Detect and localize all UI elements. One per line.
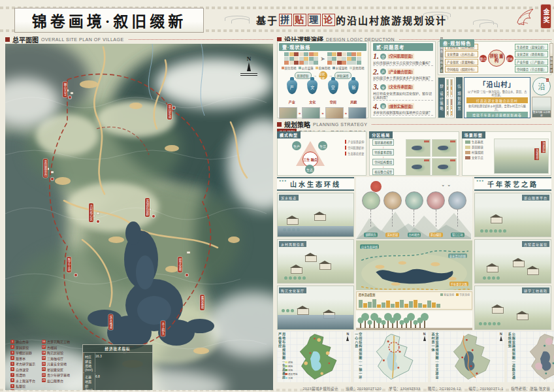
ring-node: 生活 — [318, 141, 327, 150]
poi-marker-icon — [69, 96, 71, 99]
boxed-char: 理 — [308, 14, 321, 26]
ring-node: 生产 — [292, 141, 301, 150]
boxed-char: 拼 — [279, 14, 292, 26]
aerial-tag: 亲水活力岸线 — [448, 253, 467, 258]
mosaic-before — [284, 52, 318, 65]
boxed-char: 论 — [322, 14, 335, 26]
dotted-leader — [372, 123, 551, 125]
legend-item: 8水上观演平台 — [10, 378, 35, 383]
analysis-map-facilities: 公服设施规划图｜道路交通系统规划 N — [507, 331, 554, 382]
sun-icon — [370, 181, 382, 192]
cloud-motif-icon — [473, 20, 503, 29]
aerial-tag: 千年茶艺之路 — [449, 282, 468, 286]
village-logo-icon: 沿山 — [532, 77, 551, 95]
legend-item: 16古茶艺陶艺工坊 — [42, 339, 70, 344]
flow-node: 拼贴演绎 — [334, 72, 351, 79]
legend-item: 6自然课堂 — [10, 367, 35, 372]
legend-item: 公共设施 — [299, 66, 314, 70]
poi-marker-icon — [51, 178, 54, 180]
north-needle-icon — [247, 62, 251, 71]
panel-design-strategies: 肆·设计策略 愿景成型空间结构重组 布局脉络梳理 循环成链产业业态植入 农文旅融… — [438, 77, 455, 118]
feature-box: 空间缝合（节点串联） — [515, 66, 548, 73]
poi-marker-icon — [97, 220, 99, 223]
map-label-tag: 水上码头 — [161, 321, 165, 336]
legend-item: 21星宿露营区 — [42, 367, 70, 372]
map-label-tag: 茶山步道 — [167, 104, 172, 120]
flow-node-b: 织补 — [506, 55, 513, 62]
map-title-vertical: 公服设施规划图｜道路交通系统规划 — [507, 331, 515, 382]
map-label-tag: 露营基地 — [200, 295, 204, 310]
route-stop: 古村戏台 — [405, 191, 423, 238]
panel-tag: 叁·规划特色 — [440, 39, 474, 47]
legend-item: 2茶园茶馆 — [10, 345, 35, 350]
analysis-map-landuse: 用地布局规划图｜生态基底严格管控 N 耕地 园地 林地 建设用地 水域 — [277, 331, 351, 382]
map-label-tag: 狮山古寺 — [63, 82, 67, 97]
table-row: 宅基地面积 (hm²)6.8 — [83, 373, 84, 390]
route-vignettes: 湖畔码头 滨水民宿 古村戏台 茶山梯田 窑口工坊 — [356, 191, 472, 238]
minimap — [406, 158, 431, 176]
ring-node: 生态 — [305, 165, 314, 174]
map-label-tag: 陶艺工坊 — [67, 257, 71, 272]
birds-icon: ⌄⌄ — [441, 182, 453, 188]
strategy-card: 风貌成景建筑肌理织补 传统风貌延续 — [446, 99, 449, 117]
panel-status-context: 壹·现状脉络 ➤ 居住用地 公共设施 农林用地 水域湿地 其他用地 肌理提取 →… — [277, 41, 368, 118]
site-photo — [279, 107, 297, 119]
map-mini-legend: 耕地 园地 林地 建设用地 水域 — [285, 361, 297, 380]
panel-tag: 分区格局 — [369, 131, 393, 139]
vision-text: 依托拼贴理论织补乡村肌理，重塑乡村活力与魅力， — [466, 105, 528, 111]
calligraphy-title: 锦卷画境·叙旧缀新 — [14, 8, 204, 33]
poi-marker-icon — [186, 274, 188, 276]
site-plan-terrain — [5, 44, 273, 390]
poi-marker-icon — [152, 215, 155, 218]
question-item: 3.文[文化传承层面] 村庄特色文化资源如何活化保护、留存记忆再利用？ — [373, 83, 433, 101]
gantt-legend: 常设活动 节庆活动 — [440, 293, 470, 297]
map-label-tag: 研学营地 — [178, 257, 182, 272]
panel-tag: 壹·现状脉络 — [279, 43, 367, 51]
legend-item: 3早樱民宿群 — [10, 350, 35, 355]
boxed-char: 贴 — [293, 14, 306, 26]
scene-card: 陶艺文化客厅 — [277, 286, 354, 330]
texture-mosaic-diagram: ➤ — [279, 52, 367, 65]
vision-box: 「沿山村」 以“产村景”三位一体为导向，整合山水、茶田、古村资源， 打造近郊文旅… — [464, 77, 530, 118]
question-item: 1.空[空间肌理层面] 如何串联碎片化节点实现空间整合重构？ — [373, 52, 433, 67]
vertical-tab: 肆·设计策略 — [438, 78, 445, 118]
table-row: 村庄建设用地 (hm²)16.3 — [83, 353, 84, 373]
panel-tag: 模式构型 — [277, 131, 301, 139]
scene-card: 研学工坊巷陌 — [474, 286, 551, 330]
analysis-map-tourism: 文旅设施规划图｜农文旅业态村景一体 N — [431, 331, 504, 382]
site-plan-title-cn: 总平面图 — [12, 35, 39, 44]
footer-credits: 2023届城乡规划设计 班级：2019002T120 学号：13049Z533 … — [302, 386, 550, 391]
poster-board: 锦卷画境·叙旧缀新 基于 拼 贴 理 论 的沿山村旅游规划设计 金奖 总平面图 … — [0, 0, 554, 392]
gantt-title: 四季活动策划 — [359, 293, 375, 297]
flow-hub: 现状要素 — [319, 71, 327, 80]
site-photo — [325, 107, 344, 119]
panel-tag: 贰·问题思考 — [373, 43, 433, 51]
village-name: 「沿山村」 — [466, 79, 528, 89]
legend-item: 1狮山古寺 — [10, 339, 35, 344]
site-photo — [302, 107, 320, 119]
route-stop: 茶山梯田 — [427, 191, 445, 238]
site-photo-strip: » » » — [279, 107, 367, 119]
route-stop: 湖畔码头 — [362, 191, 380, 238]
scene-card: 古窑遗址展馆 — [474, 239, 551, 284]
landuse-legend: 居住用地 公共设施 农林用地 水域湿地 其他用地 — [279, 66, 367, 70]
left-route-banner: ●●●山水生态环线 — [277, 177, 354, 191]
analysis-maps-row: 用地布局规划图｜生态基底严格管控 N 耕地 园地 林地 建设用地 水域 空间结构 — [277, 331, 551, 382]
vase-item: 空空间 — [327, 80, 339, 106]
feature-box: 生态修复（蓝绿交织） — [515, 44, 548, 50]
strategy-title-en: PLANNING STRATEGY — [313, 122, 367, 127]
legend-item: 居住用地 — [282, 66, 297, 70]
minimap — [432, 158, 457, 176]
legend-item: 20儿童安全营地 — [42, 361, 70, 366]
arrow-icon: ➤ — [320, 56, 325, 62]
scale-bar — [240, 73, 257, 76]
legend-item: 18陶艺民宿馆 — [42, 350, 70, 355]
vision-highlight: 打造近郊文旅融合示范村 — [466, 97, 528, 103]
panel-zoning-pattern: 分区格局 现状基底梳理↓ 特质要素提取↓ 空间结构重组↓ 格局整合成型 — [369, 131, 459, 176]
panel-problem-thinking: 贰·问题思考 1.空[空间肌理层面] 如何串联碎片化节点实现空间整合重构？ 2.… — [370, 41, 436, 118]
core-concept-hub: 拼贴 重构 — [488, 50, 505, 67]
legend-item: 17古槿园 — [42, 345, 70, 350]
vase-item: 产产业 — [286, 80, 298, 106]
scene-watercolor: 场景拼贴 风貌管控 — [494, 139, 549, 174]
map-label-tag: 滨湖民宿群 — [145, 198, 150, 217]
